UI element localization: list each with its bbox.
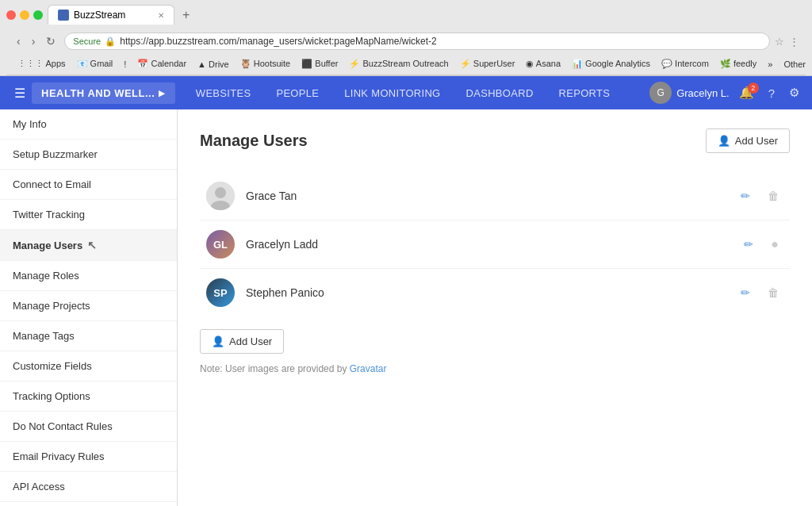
app-wrapper: ☰ HEALTH AND WELL... ▶ WEBSITES PEOPLE L… xyxy=(0,76,812,506)
nav-right: G Gracelyn L. 🔔 2 ? ⚙ xyxy=(649,82,804,104)
top-nav: ☰ HEALTH AND WELL... ▶ WEBSITES PEOPLE L… xyxy=(0,76,812,109)
user-name: Stephen Panico xyxy=(246,286,736,299)
edit-user-button[interactable]: ✏ xyxy=(736,186,755,205)
window-controls xyxy=(6,10,43,20)
edit-user-button[interactable]: ✏ xyxy=(736,283,755,302)
browser-chrome: BuzzStream ✕ + ‹ › ↻ Secure 🔒 https://ap… xyxy=(0,0,812,76)
delete-user-button[interactable]: ● xyxy=(766,234,783,255)
avatar: SP xyxy=(206,278,235,307)
cursor-icon: ↖ xyxy=(87,239,97,251)
bookmark-gmail[interactable]: 📧 Gmail xyxy=(72,57,118,71)
nav-links: WEBSITES PEOPLE LINK MONITORING DASHBOAR… xyxy=(183,78,622,109)
nav-people[interactable]: PEOPLE xyxy=(263,78,331,109)
nav-reports[interactable]: REPORTS xyxy=(546,78,623,109)
close-dot[interactable] xyxy=(6,10,16,20)
page-header: Manage Users 👤 Add User xyxy=(200,128,790,153)
nav-username[interactable]: Gracelyn L. xyxy=(676,87,729,99)
sidebar-item-customize-fields[interactable]: Customize Fields xyxy=(0,351,177,381)
add-user-list-label: Add User xyxy=(229,335,272,347)
main-content: Manage Users 👤 Add User G xyxy=(178,109,812,506)
sidebar-item-manage-users[interactable]: Manage Users ↖ xyxy=(0,230,177,261)
sidebar-item-setup-buzzmarker[interactable]: Setup Buzzmarker xyxy=(0,140,177,170)
sidebar-item-email-privacy[interactable]: Email Privacy Rules xyxy=(0,442,177,472)
gravatar-link[interactable]: Gravatar xyxy=(350,363,387,374)
active-tab[interactable]: BuzzStream ✕ xyxy=(48,5,174,25)
new-tab-button[interactable]: + xyxy=(178,8,194,22)
bookmark-apps[interactable]: ⋮⋮⋮ Apps xyxy=(13,57,71,71)
bookmark-b1[interactable]: ! xyxy=(119,58,131,71)
url-bar[interactable]: Secure 🔒 https://app.buzzstream.com/mana… xyxy=(64,33,770,50)
sidebar-item-manage-tags[interactable]: Manage Tags xyxy=(0,321,177,351)
delete-user-button[interactable]: 🗑 xyxy=(763,283,783,302)
user-avatar: G xyxy=(649,82,672,104)
delete-user-button[interactable]: 🗑 xyxy=(763,186,783,205)
sidebar-item-manage-roles[interactable]: Manage Roles xyxy=(0,261,177,291)
bookmarks-bar: ⋮⋮⋮ Apps 📧 Gmail ! 📅 Calendar ▲ Drive 🦉 … xyxy=(6,55,806,75)
bookmark-other[interactable]: Other Bookmarks xyxy=(779,58,806,71)
bookmark-feedly[interactable]: 🌿 feedly xyxy=(715,57,761,71)
sidebar-item-do-not-contact[interactable]: Do Not Contact Rules xyxy=(0,412,177,442)
sidebar-item-tracking-options[interactable]: Tracking Options xyxy=(0,381,177,412)
maximize-dot[interactable] xyxy=(33,10,43,20)
table-row: SP Stephen Panico ✏ 🗑 xyxy=(200,269,790,316)
users-list: Grace Tan ✏ 🗑 GL Gracelyn Ladd ✏ ● xyxy=(200,172,790,316)
brand-chevron-icon: ▶ xyxy=(159,89,166,98)
star-icon[interactable]: ☆ xyxy=(775,36,784,48)
bookmark-more[interactable]: » xyxy=(763,58,777,71)
menu-icon[interactable]: ⋮ xyxy=(789,36,799,48)
bookmark-drive[interactable]: ▲ Drive xyxy=(193,58,234,71)
forward-button[interactable]: › xyxy=(28,33,40,49)
nav-dashboard[interactable]: DASHBOARD xyxy=(454,78,546,109)
bookmark-hootsuite[interactable]: 🦉 Hootsuite xyxy=(236,57,296,71)
sidebar-item-my-info[interactable]: My Info xyxy=(0,109,177,140)
person-plus-icon-list: 👤 xyxy=(212,335,224,347)
bookmark-asana[interactable]: ◉ Asana xyxy=(521,57,565,71)
brand-label: HEALTH AND WELL... xyxy=(41,87,155,99)
sidebar-item-twitter-tracking[interactable]: Twitter Tracking xyxy=(0,200,177,230)
svg-point-1 xyxy=(215,187,226,198)
tab-favicon xyxy=(58,10,69,21)
avatar xyxy=(206,182,235,210)
url-text: https://app.buzzstream.com/manage_users/… xyxy=(120,36,437,47)
gravatar-note: Note: User images are provided by Gravat… xyxy=(200,363,790,374)
add-user-header-button[interactable]: 👤 Add User xyxy=(706,128,790,153)
user-actions: ✏ ● xyxy=(739,234,783,255)
notifications-button[interactable]: 🔔 2 xyxy=(734,82,759,103)
bookmark-analytics[interactable]: 📊 Google Analytics xyxy=(567,57,655,71)
nav-websites[interactable]: WEBSITES xyxy=(183,78,264,109)
minimize-dot[interactable] xyxy=(20,10,29,20)
user-actions: ✏ 🗑 xyxy=(736,186,783,205)
refresh-button[interactable]: ↻ xyxy=(42,33,59,49)
add-user-header-label: Add User xyxy=(735,135,778,147)
lock-icon: 🔒 xyxy=(105,36,116,47)
user-name: Gracelyn Ladd xyxy=(246,238,739,251)
add-user-list-button[interactable]: 👤 Add User xyxy=(200,329,284,354)
secure-label: Secure xyxy=(73,36,101,46)
brand-button[interactable]: HEALTH AND WELL... ▶ xyxy=(32,82,175,104)
help-button[interactable]: ? xyxy=(764,83,779,103)
edit-user-button[interactable]: ✏ xyxy=(739,235,758,254)
sidebar-item-account[interactable]: Account xyxy=(0,502,177,506)
default-avatar-svg xyxy=(206,182,235,210)
avatar: GL xyxy=(206,230,235,259)
page-title: Manage Users xyxy=(200,132,308,150)
settings-button[interactable]: ⚙ xyxy=(784,82,804,103)
nav-link-monitoring[interactable]: LINK MONITORING xyxy=(331,78,453,109)
bookmark-buffer[interactable]: ⬛ Buffer xyxy=(297,57,343,71)
sidebar-item-manage-projects[interactable]: Manage Projects xyxy=(0,291,177,321)
bookmark-buzzstream[interactable]: ⚡ BuzzStream Outreach xyxy=(344,57,453,71)
bookmark-superuser[interactable]: ⚡ SuperUser xyxy=(455,57,520,71)
tab-close-icon[interactable]: ✕ xyxy=(158,11,164,20)
sidebar-item-api-access[interactable]: API Access xyxy=(0,472,177,502)
address-bar: ‹ › ↻ Secure 🔒 https://app.buzzstream.co… xyxy=(6,29,806,55)
sidebar-item-connect-to-email[interactable]: Connect to Email xyxy=(0,170,177,200)
back-button[interactable]: ‹ xyxy=(13,33,25,49)
main-area: My Info Setup Buzzmarker Connect to Emai… xyxy=(0,109,812,506)
bookmark-calendar[interactable]: 📅 Calendar xyxy=(132,57,191,71)
notifications-badge: 2 xyxy=(748,82,759,94)
person-plus-icon: 👤 xyxy=(718,135,730,147)
nav-buttons: ‹ › ↻ xyxy=(13,33,59,49)
hamburger-button[interactable]: ☰ xyxy=(8,81,32,105)
table-row: Grace Tan ✏ 🗑 xyxy=(200,172,790,220)
bookmark-intercom[interactable]: 💬 Intercom xyxy=(657,57,714,71)
